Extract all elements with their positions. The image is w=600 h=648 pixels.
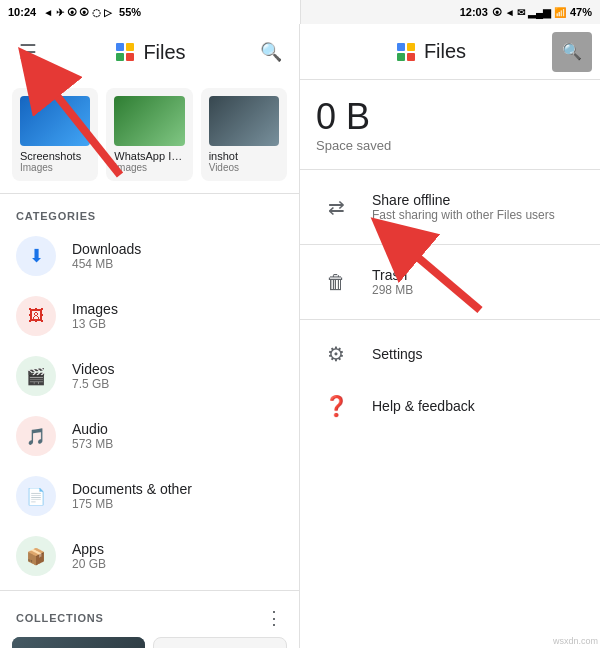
thumb-screenshots-name: Screenshots [20, 150, 90, 162]
images-size: 13 GB [72, 317, 283, 331]
images-icon: 🖼 [28, 307, 44, 325]
videos-icon: 🎬 [26, 367, 46, 386]
share-offline-name: Share offline [372, 192, 584, 208]
documents-icon: 📄 [26, 487, 46, 506]
drawer-item-trash[interactable]: 🗑 Trash 298 MB [300, 253, 600, 311]
category-documents[interactable]: 📄 Documents & other 175 MB [0, 466, 299, 526]
drawer-item-settings[interactable]: ⚙ Settings [300, 328, 600, 380]
drawer-item-help[interactable]: ❓ Help & feedback [300, 380, 600, 432]
downloads-info: Downloads 454 MB [72, 241, 283, 271]
documents-info: Documents & other 175 MB [72, 481, 283, 511]
favorites-bg: WORD FOR WORDTRANSLATIONOF THE QURAN [12, 637, 145, 648]
svg-rect-7 [407, 53, 415, 61]
downloads-name: Downloads [72, 241, 283, 257]
apps-info: Apps 20 GB [72, 541, 283, 571]
category-apps[interactable]: 📦 Apps 20 GB [0, 526, 299, 586]
left-status-icons: ◄ ✈ ⦿ ⦿ ◌ ▷ [43, 7, 112, 18]
documents-size: 175 MB [72, 497, 283, 511]
svg-rect-2 [116, 53, 124, 61]
left-scroll: Screenshots Images WhatsApp Imag... Imag… [0, 80, 299, 648]
drawer-title-area: Files [308, 40, 552, 64]
thumb-inshot-img [209, 96, 279, 146]
files-logo-icon [113, 40, 137, 64]
drawer-scroll: 0 B Space saved ⇄ Share offline Fast sha… [300, 80, 600, 648]
space-saved-label: Space saved [316, 138, 584, 153]
svg-rect-1 [126, 43, 134, 51]
help-name: Help & feedback [372, 398, 584, 414]
recent-item-whatsapp[interactable]: WhatsApp Imag... Images [106, 88, 192, 181]
thumb-inshot-type: Videos [209, 162, 279, 173]
search-button[interactable]: 🔍 [251, 32, 291, 72]
category-audio[interactable]: 🎵 Audio 573 MB [0, 406, 299, 466]
collection-safe-folder[interactable]: 🔒 [153, 637, 288, 648]
videos-info: Videos 7.5 GB [72, 361, 283, 391]
right-status-icons: ⦿ ◄ ✉ ▂▄▆ 📶 [492, 7, 566, 18]
thumb-screenshots-type: Images [20, 162, 90, 173]
app-title: Files [143, 41, 185, 64]
right-time: 12:03 [460, 6, 488, 18]
app-bar-title-area: Files [48, 40, 251, 64]
downloads-icon-bg: ⬇ [16, 236, 56, 276]
drawer-search-icon: 🔍 [562, 42, 582, 61]
collections-more-icon[interactable]: ⋮ [265, 607, 283, 629]
audio-icon-bg: 🎵 [16, 416, 56, 456]
settings-name: Settings [372, 346, 584, 362]
share-offline-info: Share offline Fast sharing with other Fi… [372, 192, 584, 222]
downloads-size: 454 MB [72, 257, 283, 271]
left-status-bar: 10:24 ◄ ✈ ⦿ ⦿ ◌ ▷ 55% [0, 0, 300, 24]
apps-name: Apps [72, 541, 283, 557]
svg-rect-3 [126, 53, 134, 61]
category-videos[interactable]: 🎬 Videos 7.5 GB [0, 346, 299, 406]
images-icon-bg: 🖼 [16, 296, 56, 336]
divider-recent [0, 193, 299, 194]
audio-size: 573 MB [72, 437, 283, 451]
menu-icon: ☰ [19, 40, 37, 64]
thumb-whatsapp-type: Images [114, 162, 184, 173]
recent-item-inshot[interactable]: inshot Videos [201, 88, 287, 181]
documents-name: Documents & other [72, 481, 283, 497]
right-panel: Files 🔍 0 B Space saved ⇄ [300, 24, 600, 648]
collections-header-row: COLLECTIONS ⋮ [0, 595, 299, 637]
left-panel: ☰ Files 🔍 [0, 24, 300, 648]
svg-rect-6 [397, 53, 405, 61]
recent-item-screenshots[interactable]: Screenshots Images [12, 88, 98, 181]
videos-icon-bg: 🎬 [16, 356, 56, 396]
category-images[interactable]: 🖼 Images 13 GB [0, 286, 299, 346]
drawer-divider-trash [300, 319, 600, 320]
videos-name: Videos [72, 361, 283, 377]
drawer-search-button[interactable]: 🔍 [552, 32, 592, 72]
space-saved-block: 0 B Space saved [300, 80, 600, 161]
share-offline-sub: Fast sharing with other Files users [372, 208, 584, 222]
help-info: Help & feedback [372, 398, 584, 414]
thumb-inshot-name: inshot [209, 150, 279, 162]
help-icon: ❓ [316, 394, 356, 418]
left-time: 10:24 [8, 6, 36, 18]
share-offline-icon: ⇄ [316, 195, 356, 219]
search-icon: 🔍 [260, 41, 282, 63]
videos-size: 7.5 GB [72, 377, 283, 391]
drawer-item-share-offline[interactable]: ⇄ Share offline Fast sharing with other … [300, 178, 600, 236]
status-row: 10:24 ◄ ✈ ⦿ ⦿ ◌ ▷ 55% 12:03 ⦿ ◄ ✉ ▂▄▆ 📶 … [0, 0, 600, 24]
recent-row: Screenshots Images WhatsApp Imag... Imag… [0, 80, 299, 189]
menu-button[interactable]: ☰ [8, 32, 48, 72]
drawer-app-title: Files [424, 40, 466, 63]
audio-icon: 🎵 [26, 427, 46, 446]
images-name: Images [72, 301, 283, 317]
divider-categories [0, 590, 299, 591]
thumb-whatsapp-img [114, 96, 184, 146]
trash-info: Trash 298 MB [372, 267, 584, 297]
right-battery: 47% [570, 6, 592, 18]
documents-icon-bg: 📄 [16, 476, 56, 516]
apps-icon: 📦 [26, 547, 46, 566]
space-saved-amount: 0 B [316, 96, 584, 138]
right-status-bar: 12:03 ⦿ ◄ ✉ ▂▄▆ 📶 47% [300, 0, 600, 24]
thumb-whatsapp-name: WhatsApp Imag... [114, 150, 184, 162]
apps-size: 20 GB [72, 557, 283, 571]
app-bar: ☰ Files 🔍 [0, 24, 299, 80]
category-downloads[interactable]: ⬇ Downloads 454 MB [0, 226, 299, 286]
categories-header: CATEGORIES [0, 198, 299, 226]
collection-favorites[interactable]: WORD FOR WORDTRANSLATIONOF THE QURAN [12, 637, 145, 648]
drawer-divider-top [300, 169, 600, 170]
svg-rect-0 [116, 43, 124, 51]
drawer-app-bar: Files 🔍 [300, 24, 600, 80]
